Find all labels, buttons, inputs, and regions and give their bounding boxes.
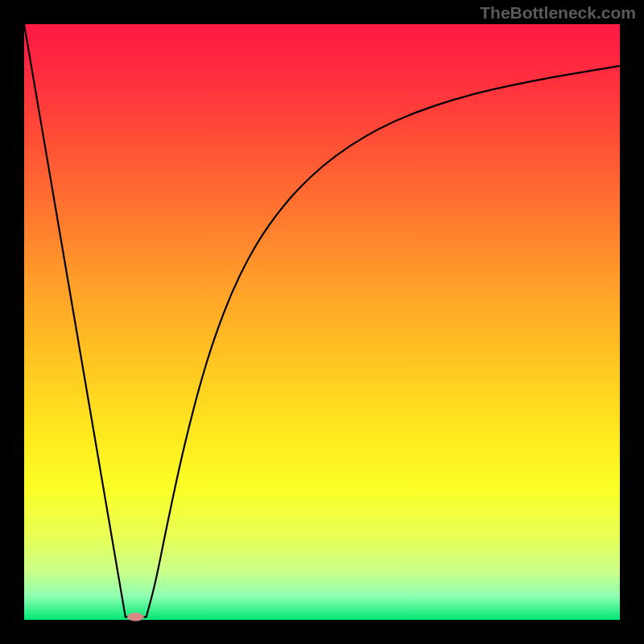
valley-marker [127,613,144,621]
bottleneck-chart [0,0,644,644]
gradient-background [24,24,620,620]
chart-container: TheBottleneck.com [0,0,644,644]
watermark-text: TheBottleneck.com [480,3,636,23]
